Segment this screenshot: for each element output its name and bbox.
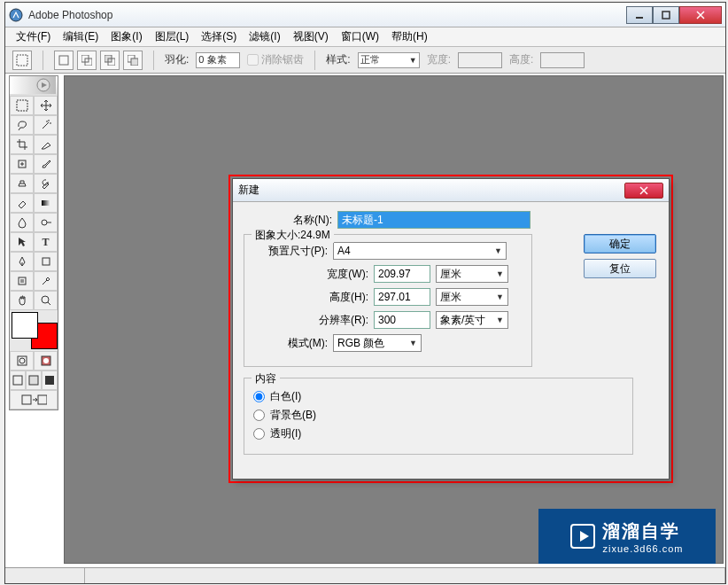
height-input	[540, 52, 585, 68]
height-label: 高度(H):	[253, 290, 368, 305]
foreground-color-swatch[interactable]	[12, 312, 38, 339]
toolbox: T	[9, 75, 58, 410]
eyedropper-tool-icon[interactable]	[34, 271, 58, 291]
maximize-button[interactable]	[653, 6, 679, 24]
type-tool-icon[interactable]: T	[34, 232, 58, 252]
history-brush-tool-icon[interactable]	[34, 174, 58, 193]
mode-value: RGB 颜色	[337, 336, 384, 351]
dodge-tool-icon[interactable]	[34, 213, 58, 232]
lasso-tool-icon[interactable]	[10, 115, 34, 135]
svg-rect-29	[22, 395, 31, 404]
feather-input[interactable]: 0 象素	[196, 52, 240, 68]
menu-window[interactable]: 窗口(W)	[336, 27, 384, 46]
svg-rect-30	[38, 395, 47, 404]
menu-select[interactable]: 选择(S)	[196, 27, 242, 46]
zoom-tool-icon[interactable]	[34, 291, 58, 310]
resolution-unit-dropdown[interactable]: 象素/英寸▼	[436, 311, 508, 329]
magic-wand-tool-icon[interactable]	[34, 115, 58, 135]
status-zoom[interactable]	[5, 568, 85, 583]
menu-layer[interactable]: 图层(L)	[150, 27, 195, 46]
antialias-checkbox[interactable]: 消除锯齿	[247, 52, 304, 67]
svg-point-23	[19, 358, 25, 363]
svg-point-18	[42, 220, 47, 225]
screen-mode-standard-icon[interactable]	[10, 370, 26, 390]
jump-to-imageready-icon[interactable]	[10, 390, 58, 410]
dialog-close-button[interactable]	[624, 183, 663, 199]
radio-white[interactable]: 白色(I)	[253, 389, 623, 404]
reset-button[interactable]: 复位	[584, 259, 656, 278]
resolution-input[interactable]	[374, 311, 430, 329]
menu-filter[interactable]: 滤镜(I)	[244, 27, 285, 46]
menu-view[interactable]: 视图(V)	[288, 27, 334, 46]
clone-stamp-tool-icon[interactable]	[10, 174, 34, 193]
menu-help[interactable]: 帮助(H)	[386, 27, 433, 46]
dialog-titlebar[interactable]: 新建	[233, 179, 669, 202]
resolution-label: 分辨率(R):	[253, 313, 368, 328]
menu-file[interactable]: 文件(F)	[11, 27, 56, 46]
new-selection-icon[interactable]	[54, 51, 74, 70]
width-unit-dropdown[interactable]: 厘米▼	[436, 265, 508, 283]
svg-point-21	[42, 296, 49, 303]
pen-tool-icon[interactable]	[10, 252, 34, 271]
antialias-label: 消除锯齿	[261, 52, 304, 67]
separator	[314, 51, 315, 70]
radio-transparent-label: 透明(I)	[270, 426, 301, 441]
mode-dropdown[interactable]: RGB 颜色▼	[333, 334, 422, 352]
close-button[interactable]	[679, 6, 722, 24]
intersect-selection-icon[interactable]	[123, 51, 143, 70]
radio-white-label: 白色(I)	[270, 389, 301, 404]
hand-tool-icon[interactable]	[10, 291, 34, 310]
menubar: 文件(F) 编辑(E) 图象(I) 图层(L) 选择(S) 滤镜(I) 视图(V…	[5, 27, 725, 47]
quick-mask-on-icon[interactable]	[34, 351, 58, 370]
width-input[interactable]	[374, 265, 430, 283]
svg-rect-15	[17, 100, 27, 111]
add-selection-icon[interactable]	[77, 51, 97, 70]
statusbar	[5, 567, 725, 583]
style-value: 正常	[360, 53, 380, 66]
name-input[interactable]	[337, 211, 531, 229]
contents-legend: 内容	[252, 371, 280, 386]
subtract-selection-icon[interactable]	[100, 51, 120, 70]
marquee-tool-icon[interactable]	[10, 96, 34, 115]
svg-rect-27	[29, 376, 38, 385]
svg-rect-20	[19, 277, 26, 285]
mode-label: 模式(M):	[253, 336, 328, 351]
quick-mask-off-icon[interactable]	[10, 351, 34, 370]
width-input	[458, 52, 502, 68]
watermark-play-icon	[570, 524, 595, 549]
new-dialog: 新建 确定 复位 名称(N): 图象大小:24.9M 预置尺寸(P): A4▼ …	[232, 178, 670, 480]
healing-brush-tool-icon[interactable]	[10, 154, 34, 174]
style-dropdown[interactable]: 正常▼	[358, 52, 420, 68]
blur-tool-icon[interactable]	[10, 213, 34, 232]
svg-rect-6	[59, 56, 68, 65]
titlebar[interactable]: Adobe Photoshop	[5, 3, 725, 27]
preset-dropdown[interactable]: A4▼	[333, 242, 507, 260]
resolution-unit: 象素/英寸	[440, 313, 485, 328]
path-selection-tool-icon[interactable]	[10, 232, 34, 252]
brush-tool-icon[interactable]	[34, 154, 58, 174]
gradient-tool-icon[interactable]	[34, 193, 58, 213]
radio-transparent[interactable]: 透明(I)	[253, 426, 623, 441]
slice-tool-icon[interactable]	[34, 135, 58, 154]
height-input[interactable]	[374, 288, 430, 306]
svg-rect-2	[662, 12, 670, 19]
marquee-tool-indicator-icon[interactable]	[12, 51, 32, 70]
eraser-tool-icon[interactable]	[10, 193, 34, 213]
screen-mode-full-icon[interactable]	[42, 370, 58, 390]
separator	[43, 51, 43, 70]
svg-rect-28	[45, 376, 54, 385]
ok-button[interactable]: 确定	[584, 234, 656, 254]
width-label: 宽度:	[427, 52, 451, 67]
style-label: 样式:	[326, 52, 350, 67]
minimize-button[interactable]	[626, 6, 653, 24]
notes-tool-icon[interactable]	[10, 271, 34, 291]
move-tool-icon[interactable]	[34, 96, 58, 115]
menu-edit[interactable]: 编辑(E)	[58, 27, 104, 46]
height-unit-dropdown[interactable]: 厘米▼	[436, 288, 508, 306]
radio-background[interactable]: 背景色(B)	[253, 408, 623, 423]
screen-mode-menubar-icon[interactable]	[26, 370, 42, 390]
shape-tool-icon[interactable]	[34, 252, 58, 271]
image-size-fieldset: 图象大小:24.9M 预置尺寸(P): A4▼ 宽度(W): 厘米▼ 高度(H)…	[244, 234, 532, 367]
menu-image[interactable]: 图象(I)	[105, 27, 147, 46]
crop-tool-icon[interactable]	[10, 135, 34, 154]
